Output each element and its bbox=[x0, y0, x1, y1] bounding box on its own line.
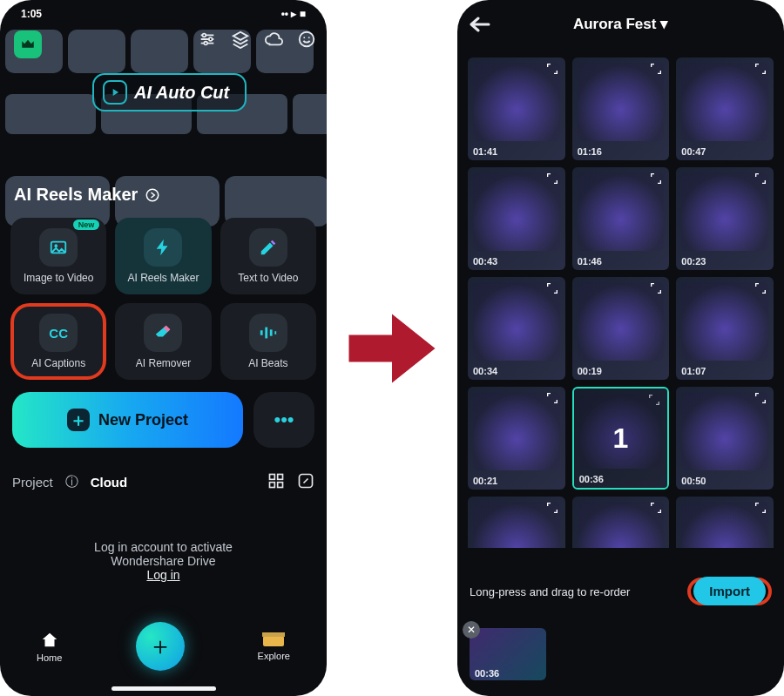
thumb[interactable] bbox=[131, 30, 188, 73]
thumb[interactable] bbox=[5, 94, 96, 134]
feat-image-to-video[interactable]: New Image to Video bbox=[10, 218, 106, 294]
media-item[interactable]: 00:21 bbox=[468, 387, 565, 490]
expand-icon[interactable] bbox=[754, 281, 769, 297]
drive-line2: Wondershare Drive bbox=[0, 554, 327, 568]
media-duration: 01:46 bbox=[578, 256, 602, 267]
smile-icon[interactable] bbox=[295, 28, 318, 51]
section-reels-label: AI Reels Maker bbox=[14, 185, 138, 205]
media-item[interactable]: 00:34 bbox=[468, 277, 565, 380]
media-item[interactable]: 01:41 bbox=[468, 57, 565, 160]
picker-toolbar: Long-press and drag to re-order Import bbox=[470, 578, 772, 605]
svg-point-6 bbox=[147, 189, 159, 201]
ai-auto-cut-callout[interactable]: AI Auto Cut bbox=[92, 73, 247, 111]
media-duration: 00:43 bbox=[473, 256, 497, 267]
pro-badge[interactable] bbox=[14, 30, 42, 58]
svg-point-8 bbox=[55, 244, 58, 247]
feat-ai-beats[interactable]: AI Beats bbox=[220, 303, 316, 380]
section-reels-title[interactable]: AI Reels Maker bbox=[14, 185, 160, 205]
feat-text-to-video[interactable]: Text to Video bbox=[220, 218, 316, 294]
expand-icon[interactable] bbox=[754, 391, 769, 407]
svg-point-4 bbox=[303, 37, 305, 38]
bolt-icon bbox=[144, 228, 182, 267]
expand-icon[interactable] bbox=[545, 281, 561, 297]
svg-rect-13 bbox=[270, 475, 275, 480]
media-item[interactable]: 01:16 bbox=[572, 57, 670, 160]
feat-ai-remover[interactable]: AI Remover bbox=[115, 303, 211, 380]
feat-ai-captions[interactable]: CC AI Captions bbox=[10, 303, 106, 380]
new-project-row: ＋ New Project ••• bbox=[12, 392, 314, 448]
media-duration: 00:19 bbox=[578, 366, 602, 376]
layers-icon[interactable] bbox=[229, 28, 252, 51]
cloud-icon[interactable] bbox=[262, 28, 285, 51]
tab-project[interactable]: Project bbox=[12, 475, 53, 490]
import-button[interactable]: Import bbox=[693, 577, 766, 605]
create-fab[interactable]: ＋ bbox=[136, 622, 185, 671]
svg-rect-18 bbox=[263, 636, 284, 646]
svg-point-3 bbox=[300, 32, 314, 47]
selected-dur: 00:36 bbox=[475, 668, 499, 679]
settings-icon[interactable] bbox=[196, 28, 219, 51]
expand-icon[interactable] bbox=[754, 501, 769, 517]
status-bar: 1:05 •• ▸ ■ bbox=[0, 0, 327, 23]
thumb[interactable] bbox=[68, 30, 125, 73]
remove-icon[interactable]: ✕ bbox=[463, 621, 480, 639]
expand-icon[interactable] bbox=[545, 62, 561, 78]
expand-icon[interactable] bbox=[649, 62, 665, 78]
expand-icon[interactable] bbox=[649, 172, 665, 187]
nav-home-label: Home bbox=[37, 652, 62, 663]
edit-icon[interactable] bbox=[297, 472, 314, 492]
info-icon[interactable]: ⓘ bbox=[65, 474, 78, 490]
media-item[interactable]: 01:07 bbox=[676, 277, 774, 380]
expand-icon[interactable] bbox=[545, 501, 561, 517]
plus-icon: ＋ bbox=[67, 409, 90, 431]
media-item[interactable] bbox=[468, 497, 565, 548]
home-indicator bbox=[112, 686, 216, 691]
feat-ai-reels[interactable]: AI Reels Maker bbox=[115, 218, 211, 294]
expand-icon[interactable] bbox=[754, 62, 769, 78]
media-item[interactable]: 00:47 bbox=[676, 57, 774, 160]
login-link[interactable]: Log in bbox=[146, 568, 179, 582]
arrow-right-icon bbox=[344, 301, 440, 396]
expand-icon[interactable] bbox=[545, 172, 561, 187]
media-item[interactable]: 00:50 bbox=[676, 387, 774, 490]
drive-message: Log in account to activate Wondershare D… bbox=[0, 540, 327, 582]
grid-icon[interactable] bbox=[267, 472, 285, 492]
pen-icon bbox=[249, 228, 287, 267]
svg-point-0 bbox=[203, 34, 206, 37]
expand-icon[interactable] bbox=[545, 391, 561, 407]
svg-rect-16 bbox=[278, 483, 283, 488]
svg-rect-9 bbox=[260, 330, 263, 335]
album-title[interactable]: Aurora Fest ▾ bbox=[573, 15, 668, 33]
media-item[interactable] bbox=[572, 497, 670, 548]
step-arrow bbox=[331, 0, 453, 696]
nav-home[interactable]: Home bbox=[37, 631, 62, 663]
media-duration: 00:34 bbox=[473, 366, 497, 376]
media-item[interactable]: 00:19 bbox=[572, 277, 670, 380]
more-button[interactable]: ••• bbox=[253, 392, 314, 448]
beats-icon bbox=[249, 314, 287, 352]
selected-chip[interactable]: ✕ 00:36 bbox=[470, 628, 546, 680]
new-project-button[interactable]: ＋ New Project bbox=[12, 392, 243, 448]
svg-rect-15 bbox=[270, 483, 275, 488]
back-button[interactable] bbox=[470, 16, 492, 37]
expand-icon[interactable] bbox=[649, 501, 665, 517]
media-item[interactable]: 00:43 bbox=[468, 167, 565, 270]
drive-line1: Log in account to activate bbox=[0, 540, 327, 554]
feature-grid: New Image to Video AI Reels Maker Text t… bbox=[10, 218, 316, 380]
chevron-right-circle-icon bbox=[145, 187, 160, 203]
nav-explore-label: Explore bbox=[258, 651, 290, 661]
tab-cloud[interactable]: Cloud bbox=[91, 475, 128, 490]
plus-icon: ＋ bbox=[148, 630, 172, 663]
thumb[interactable] bbox=[293, 94, 327, 134]
ai-auto-cut-label: AI Auto Cut bbox=[134, 83, 229, 103]
media-item[interactable]: 100:36 bbox=[572, 387, 670, 490]
picker-header: Aurora Fest ▾ bbox=[457, 0, 784, 47]
media-item[interactable]: 00:23 bbox=[676, 167, 774, 270]
nav-explore[interactable]: Explore bbox=[258, 632, 290, 661]
expand-icon[interactable] bbox=[754, 172, 769, 187]
media-duration: 01:16 bbox=[578, 146, 602, 157]
expand-icon[interactable] bbox=[649, 281, 665, 297]
media-item[interactable]: 01:46 bbox=[572, 167, 670, 270]
media-item[interactable] bbox=[676, 497, 774, 548]
media-duration: 00:47 bbox=[681, 146, 706, 157]
